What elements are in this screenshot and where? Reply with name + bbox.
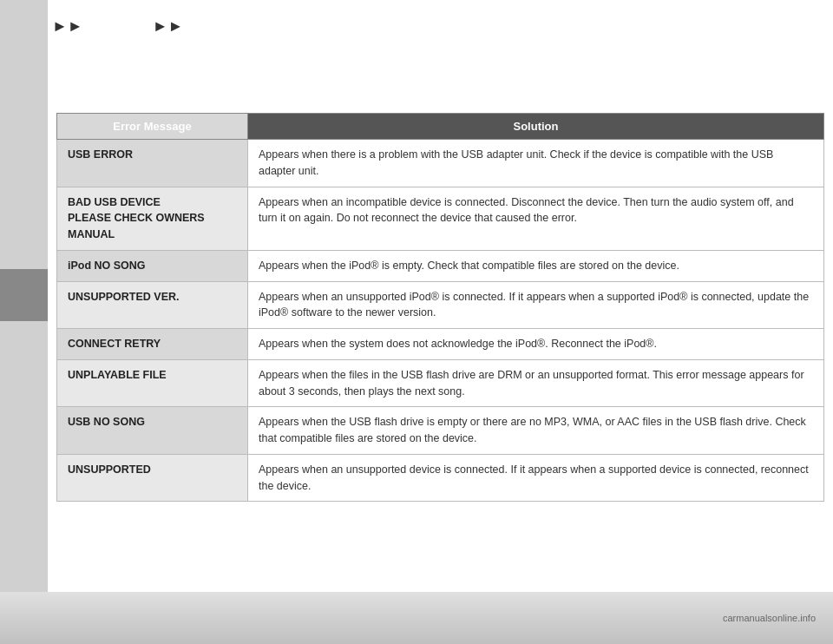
error-message-cell: CONNECT RETRY [57,329,248,360]
solution-cell: Appears when the USB flash drive is empt… [248,407,824,455]
left-sidebar [0,0,48,644]
solution-cell: Appears when the iPod® is empty. Check t… [248,250,824,281]
fast-forward-icon-2: ►► [153,17,184,36]
table-row: CONNECT RETRYAppears when the system doe… [57,329,824,360]
solution-cell: Appears when the files in the USB flash … [248,359,824,407]
solution-cell: Appears when there is a problem with the… [248,140,824,187]
main-content: Error Message Solution USB ERRORAppears … [56,113,824,575]
table-row: UNSUPPORTED VER.Appears when an unsuppor… [57,281,824,329]
sidebar-accent [0,269,48,321]
solution-cell: Appears when the system does not acknowl… [248,329,824,360]
solution-cell: Appears when an unsupported iPod® is con… [248,281,824,329]
table-row: USB ERRORAppears when there is a problem… [57,140,824,187]
error-message-cell: UNPLAYABLE FILE [57,359,248,407]
error-message-cell: USB NO SONG [57,407,248,455]
table-row: UNSUPPORTEDAppears when an unsupported d… [57,454,824,502]
top-area: ►► ►► [52,17,183,36]
table-row: BAD USB DEVICE PLEASE CHECK OWNERS MANUA… [57,187,824,250]
page-container: ►► ►► Error Message Solution USB ERRORAp… [0,0,833,644]
bottom-bar: carmanualsonline.info [0,592,833,644]
error-message-cell: UNSUPPORTED VER. [57,281,248,329]
watermark-logo: carmanualsonline.info [723,613,816,623]
error-message-cell: BAD USB DEVICE PLEASE CHECK OWNERS MANUA… [57,187,248,250]
error-message-cell: UNSUPPORTED [57,454,248,502]
table-header-error: Error Message [57,114,248,140]
error-message-cell: USB ERROR [57,140,248,187]
table-row: USB NO SONGAppears when the USB flash dr… [57,407,824,455]
fast-forward-icon-1: ►► [52,17,83,36]
table-header-solution: Solution [248,114,824,140]
error-table: Error Message Solution USB ERRORAppears … [56,113,824,502]
solution-cell: Appears when an incompatible device is c… [248,187,824,250]
error-message-cell: iPod NO SONG [57,250,248,281]
table-row: UNPLAYABLE FILEAppears when the files in… [57,359,824,407]
table-row: iPod NO SONGAppears when the iPod® is em… [57,250,824,281]
solution-cell: Appears when an unsupported device is co… [248,454,824,502]
